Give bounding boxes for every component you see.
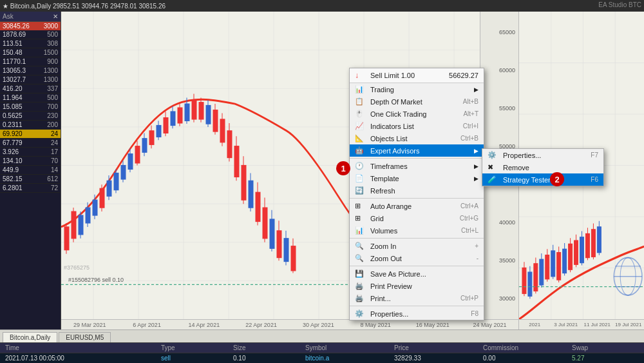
- strategy-tester-icon: 🧪: [488, 175, 499, 184]
- date-tick-7: 24 May 2021: [461, 322, 518, 328]
- ctx-grid[interactable]: ⊞ Grid Ctrl+G: [350, 212, 484, 224]
- price-size-8: 500: [47, 94, 58, 101]
- right-date-3: 19 Jul 2021: [613, 322, 645, 328]
- ctx-zoomout[interactable]: 🔍 Zoom Out -: [350, 252, 484, 264]
- ctx-refresh[interactable]: 🔄 Refresh: [350, 184, 484, 197]
- ea-sub-remove[interactable]: ✖ Remove: [482, 161, 603, 173]
- right-date-1: 3 Jul 2021: [551, 322, 582, 328]
- ctx-zoomin-label: Zoom In: [370, 242, 475, 250]
- price-size-12: 24: [51, 130, 58, 137]
- ctx-ea-label: Expert Advisors: [370, 147, 474, 155]
- remove-icon: ✖: [488, 163, 499, 172]
- price-size-13: 24: [51, 139, 58, 146]
- separator-5: [350, 306, 484, 306]
- price-size-17: 612: [47, 175, 58, 182]
- ctx-indicators-label: Indicators List: [370, 123, 463, 130]
- left-number-label: #3765275: [64, 264, 90, 271]
- price-tick-7: 35000: [482, 257, 517, 264]
- col-commission: Commission: [480, 344, 569, 352]
- col-price: Price: [392, 344, 480, 352]
- price-size-10: 230: [47, 112, 58, 119]
- ctx-trading-label: Trading: [370, 86, 474, 93]
- ctx-properties[interactable]: ⚙️ Properties... F8: [350, 308, 484, 320]
- ctx-ea[interactable]: 🤖 Expert Advisors ▶: [350, 144, 484, 157]
- price-size-2: 308: [47, 40, 58, 47]
- context-menu: ↓ Sell Limit 1.00 56629.27 📊 Trading ▶ 📋…: [349, 68, 484, 320]
- trade-time: 2021.07.13 00:05:00: [3, 354, 158, 362]
- indicators-shortcut: Ctrl+I: [463, 123, 478, 130]
- price-val-17: 582.15: [3, 175, 23, 182]
- price-val-1: 1878.69: [3, 31, 26, 38]
- left-price-panel: Ask ✕ 30845.263000 1878.69500 113.51308 …: [0, 12, 61, 329]
- separator-3: [350, 238, 484, 239]
- ctx-zoomin[interactable]: 🔍 Zoom In +: [350, 240, 484, 252]
- tab-eurusd[interactable]: EURUSD,M5: [59, 332, 111, 342]
- ctx-printpreview[interactable]: 🖨️ Print Preview: [350, 280, 484, 292]
- sell-limit-price: 56629.27: [449, 72, 478, 79]
- close-panel-btn[interactable]: ✕: [53, 13, 58, 20]
- ea-sub-properties-label: Properties...: [503, 152, 591, 159]
- top-bar: ★ Bitcoin.a,Daily 29852.51 30944.76 2947…: [0, 0, 644, 12]
- price-tick-6: 40000: [482, 219, 517, 226]
- price-tick-2: 60000: [482, 67, 517, 74]
- date-tick-1: 6 Apr 2021: [118, 322, 176, 328]
- chart-title: ★ Bitcoin.a,Daily 29852.51 30944.76 2947…: [3, 3, 166, 10]
- indicators-icon: 📈: [355, 122, 366, 130]
- ctx-trading[interactable]: 📊 Trading ▶: [350, 83, 484, 95]
- col-swap: Swap: [569, 344, 641, 352]
- sell-limit-label: Sell Limit 1.00: [370, 72, 449, 79]
- ctx-template[interactable]: 📄 Template ▶: [350, 172, 484, 184]
- price-val-4: 11770.1: [3, 58, 26, 65]
- price-val-11: 0.2311: [3, 121, 23, 128]
- ctx-oneclick[interactable]: 🖱️ One Click Trading Alt+T: [350, 108, 484, 120]
- price-size-3: 1500: [44, 49, 58, 56]
- price-val-5: 13065.3: [3, 67, 26, 74]
- trading-arrow: ▶: [474, 86, 478, 93]
- zoomin-icon: 🔍: [355, 242, 366, 250]
- save-icon: 💾: [355, 270, 366, 278]
- ctx-autoarrange[interactable]: ⊞ Auto Arrange Ctrl+A: [350, 200, 484, 212]
- ctx-volumes[interactable]: 📊 Volumes Ctrl+L: [350, 224, 484, 237]
- price-tick-3: 55000: [482, 105, 517, 112]
- ea-sub-remove-label: Remove: [503, 164, 598, 172]
- date-axis-right: 2021 3 Jul 2021 11 Jul 2021 19 Jul 2021: [519, 319, 644, 329]
- horizontal-line-label: #155082796 sell 0.10: [66, 276, 126, 284]
- timeframes-icon: 🕐: [355, 162, 366, 170]
- annotation-number-1: 1: [336, 161, 350, 175]
- ctx-savepic[interactable]: 💾 Save As Picture...: [350, 268, 484, 280]
- ctx-timeframes-label: Timeframes: [370, 162, 474, 170]
- ea-sub-properties[interactable]: ⚙️ Properties... F7: [482, 149, 603, 161]
- price-size-16: 14: [51, 166, 58, 173]
- ctx-indicators[interactable]: 📈 Indicators List Ctrl+I: [350, 120, 484, 132]
- properties2-icon: ⚙️: [488, 151, 499, 159]
- price-val-12: 69.920: [3, 130, 23, 137]
- trade-row: 2021.07.13 00:05:00 sell 0.10 bitcoin.a …: [0, 353, 644, 363]
- ctx-objects[interactable]: 📐 Objects List Ctrl+B: [350, 132, 484, 144]
- oneclick-icon: 🖱️: [355, 110, 366, 118]
- col-symbol: Symbol: [303, 344, 392, 352]
- ea-icon: 🤖: [355, 146, 366, 155]
- context-menu-top-item[interactable]: ↓ Sell Limit 1.00 56629.27: [350, 68, 484, 83]
- ctx-dom-label: Depth Of Market: [370, 98, 463, 106]
- ea-sub-properties-shortcut: F7: [591, 152, 598, 159]
- ea-sub-strategy-shortcut: F6: [591, 176, 598, 183]
- ctx-printpreview-label: Print Preview: [370, 282, 478, 290]
- price-val-9: 15.085: [3, 103, 23, 110]
- sell-limit-icon: ↓: [355, 71, 366, 80]
- separator-4: [350, 266, 484, 266]
- trade-commission: 0.00: [480, 354, 569, 362]
- ea-sub-strategy-tester[interactable]: 🧪 Strategy Tester F6: [482, 173, 603, 186]
- trade-size: 0.10: [231, 354, 303, 362]
- price-val-15: 134.10: [3, 157, 23, 164]
- trade-swap: 5.27: [569, 354, 641, 362]
- ea-arrow: ▶: [474, 148, 478, 154]
- ctx-print[interactable]: 🖨️ Print... Ctrl+P: [350, 292, 484, 304]
- tab-bitcoin[interactable]: Bitcoin.a,Daily: [3, 332, 57, 342]
- autoarrange-icon: ⊞: [355, 202, 366, 210]
- ctx-dom[interactable]: 📋 Depth Of Market Alt+B: [350, 95, 484, 108]
- ctx-timeframes[interactable]: 🕐 Timeframes ▶: [350, 160, 484, 172]
- ctx-volumes-label: Volumes: [370, 227, 461, 235]
- date-tick-0: 29 Mar 2021: [61, 322, 118, 328]
- price-size-14: 17: [51, 148, 58, 155]
- price-size-18: 72: [51, 184, 58, 191]
